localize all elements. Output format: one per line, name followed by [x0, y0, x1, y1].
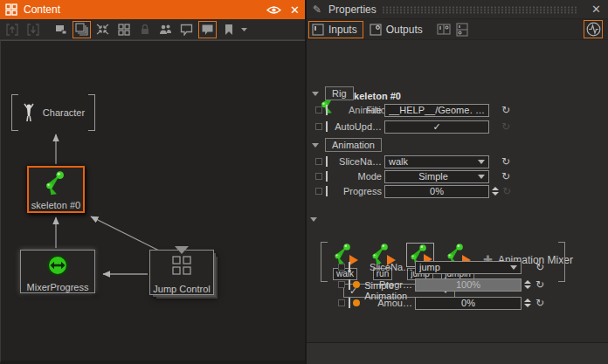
- mixer-progress-reset-icon[interactable]: ↻: [535, 279, 544, 290]
- slicename-dropdown[interactable]: walk: [384, 155, 489, 168]
- progress-value: 0%: [430, 186, 444, 196]
- rig-section-label: Rig: [325, 86, 354, 100]
- mixer-progress-icon: [45, 253, 70, 278]
- content-titlebar: Content ✕: [0, 0, 305, 19]
- slicename-value: walk: [389, 156, 408, 167]
- grid-view-icon[interactable]: [114, 21, 133, 38]
- mode-label: Mode: [330, 171, 382, 182]
- property-bar: [326, 156, 328, 167]
- selected-node-name: skeleton #0: [349, 91, 401, 101]
- bookmark-icon[interactable]: [219, 21, 238, 38]
- autoupdate-checkmark: ✓: [432, 121, 440, 133]
- properties-body: skeleton #0 Animation Rig Rig File __HEL…: [307, 40, 608, 342]
- pencil-icon: ✎: [313, 3, 321, 16]
- tab-outputs[interactable]: Outputs: [367, 21, 428, 38]
- bookmark-caret-icon[interactable]: [240, 27, 248, 32]
- property-bar: [349, 279, 350, 290]
- comment-filled-icon[interactable]: [198, 21, 217, 38]
- node-character-label: Character: [43, 107, 85, 118]
- node-skeleton[interactable]: skeleton #0: [27, 166, 85, 213]
- mixer-amount-value: 0%: [461, 298, 475, 308]
- progress-label: Progress: [330, 186, 382, 196]
- mixer-slicename-reset-icon[interactable]: ↻: [535, 262, 544, 272]
- progress-stepper[interactable]: [492, 187, 499, 196]
- visibility-eye-icon[interactable]: [266, 5, 281, 15]
- mode-reset-icon[interactable]: ↻: [501, 171, 510, 182]
- autoupdate-label: AutoUpd…: [330, 121, 382, 132]
- slicename-reset-icon[interactable]: ↻: [501, 156, 510, 167]
- mode-bind-checkbox[interactable]: [315, 173, 322, 180]
- properties-panel: ✎ Properties ✕ Inputs Outputs: [307, 0, 608, 364]
- inputs-outputs-stacked-icon[interactable]: [456, 23, 468, 37]
- animated-dot-icon: [353, 281, 360, 288]
- node-skeleton-label: skeleton #0: [31, 200, 80, 210]
- pin-snapshot-icon[interactable]: [52, 21, 70, 38]
- content-close-icon[interactable]: ✕: [290, 3, 300, 17]
- autoupdate-bind-checkbox[interactable]: [315, 123, 322, 130]
- progress-bind-checkbox[interactable]: [315, 188, 322, 195]
- file-reset-icon[interactable]: ↻: [501, 105, 510, 115]
- slicename-label: SliceNa…: [330, 156, 382, 167]
- content-grid-icon: [5, 3, 17, 16]
- mixer-progress-field[interactable]: 100%: [415, 278, 522, 292]
- property-bar: [326, 171, 328, 182]
- tab-outputs-label: Outputs: [386, 24, 423, 36]
- mixer-amount-stepper[interactable]: [524, 299, 531, 307]
- content-title: Content: [24, 3, 266, 16]
- properties-titlebar: ✎ Properties ✕: [307, 0, 608, 19]
- node-mixerprogress-label: MixerProgress: [27, 282, 89, 292]
- content-toolbar: [0, 19, 305, 40]
- tab-inputs-label: Inputs: [328, 24, 357, 36]
- mixer-progress-stepper[interactable]: [524, 280, 531, 289]
- mixer-slicename-value: jump: [419, 262, 440, 272]
- mixer-amount-field[interactable]: 0%: [415, 297, 522, 310]
- autoupdate-reset-icon[interactable]: ↻: [501, 121, 510, 132]
- file-bind-checkbox[interactable]: [315, 106, 322, 113]
- users-icon[interactable]: [156, 21, 175, 38]
- collapse-arrows-icon[interactable]: [93, 21, 112, 38]
- node-mixerprogress[interactable]: MixerProgress: [20, 250, 95, 293]
- move-down-icon[interactable]: [24, 21, 42, 38]
- property-bar: [326, 121, 328, 132]
- mixer-slicename-dropdown[interactable]: jump: [415, 261, 522, 274]
- file-field[interactable]: __HELP__/Geome… …: [384, 104, 489, 117]
- progress-field[interactable]: 0%: [384, 185, 489, 198]
- mixer-collapse-icon[interactable]: [310, 217, 317, 222]
- autoupdate-field[interactable]: ✓: [384, 120, 489, 134]
- comment-outline-icon[interactable]: [177, 21, 196, 38]
- waveform-icon: [586, 22, 601, 37]
- mixer-slicename-label: SliceNa…: [353, 262, 412, 272]
- properties-close-icon[interactable]: ✕: [591, 3, 601, 16]
- file-label: File: [330, 105, 382, 115]
- node-jumpcontrol[interactable]: Jump Control: [149, 250, 214, 295]
- property-bar: [326, 186, 328, 196]
- mode-value: Simple: [389, 171, 478, 182]
- layers-icon[interactable]: [73, 21, 91, 38]
- slicename-bind-checkbox[interactable]: [315, 158, 322, 165]
- node-character[interactable]: Character: [11, 94, 95, 131]
- move-up-icon[interactable]: [3, 21, 21, 38]
- mixer-amount-reset-icon[interactable]: ↻: [535, 298, 544, 308]
- node-jumpcontrol-label: Jump Control: [153, 284, 210, 294]
- mixer-amount-bind-checkbox[interactable]: [338, 299, 345, 306]
- mixer-progress-bind-checkbox[interactable]: [338, 281, 345, 288]
- properties-bottom-strip: [307, 342, 608, 364]
- tab-inputs[interactable]: Inputs: [308, 21, 363, 38]
- mixer-progress-value: 100%: [456, 279, 480, 290]
- mode-dropdown[interactable]: Simple: [384, 170, 489, 183]
- inputs-outputs-split-icon[interactable]: [437, 23, 451, 37]
- mixer-amount-label: Amou…: [363, 298, 412, 308]
- chevron-down-icon: [510, 265, 517, 270]
- progress-reset-icon[interactable]: ↻: [502, 186, 511, 196]
- node-graph-canvas[interactable]: Character skeleton #0 MixerProgress: [0, 40, 305, 364]
- animation-curve-toggle[interactable]: [584, 20, 603, 38]
- mixer-slicename-bind-checkbox[interactable]: [338, 264, 345, 271]
- character-figure-icon: [22, 103, 36, 122]
- properties-tabbar: Inputs Outputs: [307, 19, 608, 40]
- animation-collapse-icon[interactable]: [312, 143, 319, 148]
- property-bar: [349, 262, 350, 272]
- node-pointer-icon: [175, 246, 189, 254]
- lock-icon[interactable]: [135, 21, 154, 38]
- rig-collapse-icon[interactable]: [312, 92, 319, 96]
- file-browse-button[interactable]: …: [475, 105, 485, 115]
